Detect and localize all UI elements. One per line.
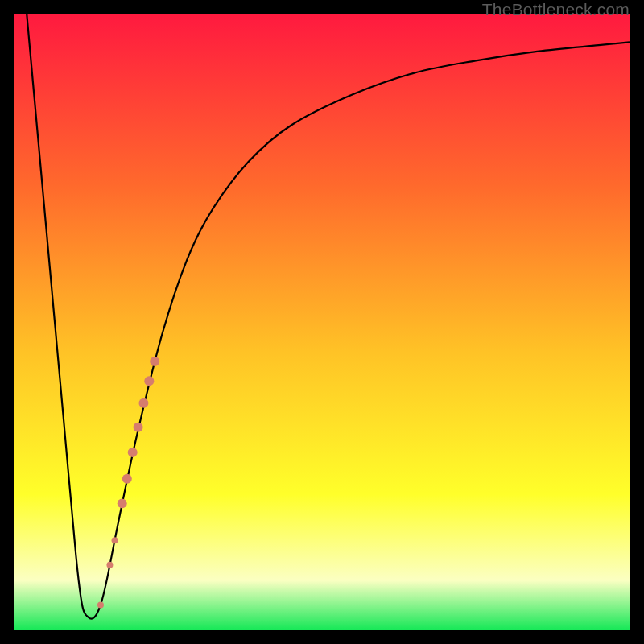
watermark-text: TheBottleneck.com (482, 0, 630, 19)
curve-marker (97, 601, 104, 608)
curve-marker (138, 398, 148, 408)
curve-marker (128, 448, 138, 457)
gradient-background (14, 14, 630, 630)
curve-marker (134, 423, 143, 432)
curve-marker (112, 537, 118, 543)
chart-svg (14, 14, 630, 630)
curve-marker (122, 474, 132, 484)
curve-marker (144, 376, 154, 386)
curve-marker (106, 562, 113, 568)
curve-marker (118, 498, 127, 508)
chart-plot-area (14, 14, 630, 630)
curve-marker (150, 357, 159, 366)
